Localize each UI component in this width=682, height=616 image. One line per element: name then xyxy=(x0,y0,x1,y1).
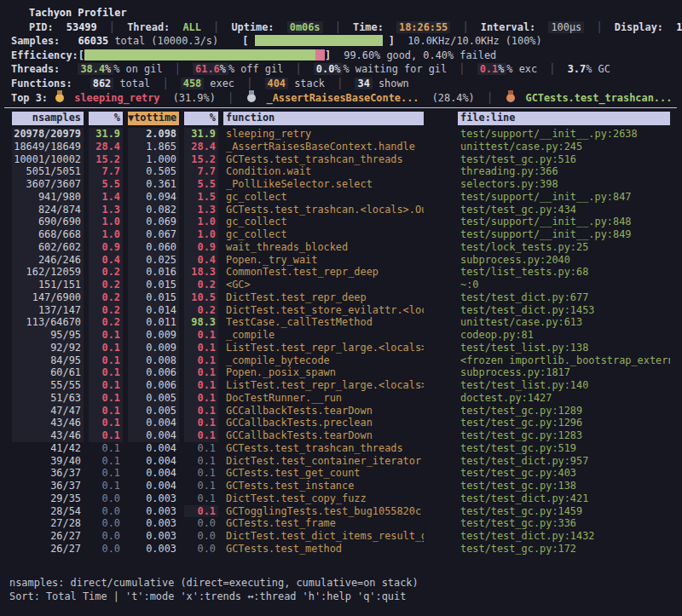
table-row[interactable]: 39/40 0.1 0.004 0.1 DictTest.test_contai… xyxy=(0,455,682,468)
cell-pct-cum: 0.1 xyxy=(184,480,218,492)
col-header-file-line[interactable]: file:line xyxy=(458,112,670,125)
table-row[interactable]: 151/151 0.2 0.015 0.2 <GC> ~:0 xyxy=(0,279,682,291)
cell-pct-direct: 1.3 xyxy=(89,204,123,216)
table-row[interactable]: 51/63 0.1 0.005 0.1 DocTestRunner.__run … xyxy=(0,392,682,405)
threads-off-gil-unit: % off gil xyxy=(228,63,283,75)
cell-file: test/test_gc.py:516 xyxy=(458,153,670,166)
table-row[interactable]: 36/37 0.1 0.004 0.1 GCTests.test_get_cou… xyxy=(0,467,682,480)
cell-pct-cum: 1.0 xyxy=(184,216,218,228)
cell-function: _PollLikeSelector.select xyxy=(223,178,424,191)
table-row[interactable]: 92/92 0.1 0.009 0.1 ListTest.test_repr_l… xyxy=(0,342,682,354)
cell-nsamples: 147/6900 xyxy=(12,291,84,304)
bronze-medal-icon xyxy=(506,94,515,102)
table-row[interactable]: 5051/5051 7.7 0.505 7.7 Condition.wait t… xyxy=(0,165,682,178)
cell-file: subprocess.py:1817 xyxy=(458,366,670,379)
table-row[interactable]: 28/54 0.0 0.003 0.1 GCTogglingTests.test… xyxy=(0,505,682,518)
cell-function: GCTests.test_trashcan_threads xyxy=(223,153,424,166)
separator: │ xyxy=(156,78,174,89)
cell-pct-direct: 1.4 xyxy=(89,191,123,204)
threads-waiting-value: 0.0 xyxy=(316,63,334,75)
col-header-function[interactable]: function xyxy=(223,112,424,125)
header-divider xyxy=(4,107,677,108)
separator: │ xyxy=(289,63,307,75)
cell-pct-direct: 0.1 xyxy=(89,405,123,417)
table-row[interactable]: 47/47 0.1 0.005 0.1 GCCallbackTests.tear… xyxy=(0,405,682,417)
table-row[interactable]: 113/64670 0.2 0.011 98.3 TestCase._callT… xyxy=(0,316,682,329)
table-row[interactable]: 43/46 0.1 0.004 0.1 GCCallbackTests.tear… xyxy=(0,429,682,442)
table-row[interactable]: 60/61 0.1 0.006 0.1 Popen._posix_spawn s… xyxy=(0,366,682,379)
profiler-screen: Tachyon Profiler PID: 53499 │ Thread: AL… xyxy=(0,0,682,616)
cell-file: test/test_gc.py:519 xyxy=(458,442,670,455)
cell-function: _compile_bytecode xyxy=(223,354,424,367)
table-row[interactable]: 137/147 0.2 0.014 0.2 DictTest.test_stor… xyxy=(0,304,682,317)
cell-pct-direct: 0.1 xyxy=(89,417,123,429)
cell-nsamples: 60/61 xyxy=(12,366,84,379)
table-row[interactable]: 84/95 0.1 0.008 0.1 _compile_bytecode <f… xyxy=(0,354,682,367)
cell-tottime: 0.003 xyxy=(128,517,179,530)
table-row[interactable]: 941/980 1.4 0.094 1.5 gc_collect test/su… xyxy=(0,191,682,204)
table-row[interactable]: 36/37 0.1 0.004 0.1 GCTests.test_instanc… xyxy=(0,480,682,492)
efficiency-bar-open: [ xyxy=(78,49,84,61)
table-row[interactable]: 824/874 1.3 0.082 1.3 GCTests.test_trash… xyxy=(0,204,682,216)
table-row[interactable]: 18649/18649 28.4 1.865 28.4 _AssertRaise… xyxy=(0,141,682,153)
table-row[interactable]: 147/6900 0.2 0.015 10.5 DictTest.test_re… xyxy=(0,291,682,304)
table-row[interactable]: 162/12059 0.2 0.016 18.3 CommonTest.test… xyxy=(0,266,682,279)
table-row[interactable]: 26/27 0.0 0.003 0.0 GCTests.test_method … xyxy=(0,543,682,556)
col-header-tottime-sorted[interactable]: ▼tottime xyxy=(128,112,179,125)
separator: │ xyxy=(456,21,474,33)
table-row[interactable]: 95/95 0.1 0.009 0.1 _compile codeop.py:8… xyxy=(0,329,682,342)
table-row[interactable]: 43/46 0.1 0.004 0.1 GCCallbackTests.prec… xyxy=(0,417,682,429)
col-header-nsamples[interactable]: nsamples xyxy=(12,112,84,125)
cell-pct-cum: 0.1 xyxy=(184,405,218,417)
cell-function: DictTest.test_repr_deep xyxy=(223,291,424,304)
cell-function: ListTest.test_repr_large.<locals>.check xyxy=(223,342,424,354)
table-row[interactable]: 55/55 0.1 0.006 0.1 ListTest.test_repr_l… xyxy=(0,379,682,392)
table-row[interactable]: 20978/20979 31.9 2.098 31.9 sleeping_ret… xyxy=(0,128,682,141)
cell-nsamples: 690/690 xyxy=(12,216,84,228)
cell-file: test/test_gc.py:1289 xyxy=(458,405,670,417)
footer-legend: nsamples: direct/cumulative (direct=exec… xyxy=(0,576,682,590)
cell-nsamples: 43/46 xyxy=(12,429,84,442)
top3-function-1[interactable]: sleeping_retry xyxy=(74,92,159,104)
threads-exc-value: 0.1 xyxy=(480,63,498,75)
cell-nsamples: 39/40 xyxy=(12,455,84,468)
cell-pct-cum: 0.1 xyxy=(184,366,218,379)
table-row[interactable]: 10001/10002 15.2 1.000 15.2 GCTests.test… xyxy=(0,153,682,166)
cell-nsamples: 137/147 xyxy=(12,304,84,317)
cell-file: test/lock_tests.py:25 xyxy=(458,241,670,254)
table-row[interactable]: 29/35 0.0 0.003 0.1 DictTest.test_copy_f… xyxy=(0,492,682,505)
cell-pct-cum: 0.1 xyxy=(184,329,218,342)
cell-file: test/test_gc.py:336 xyxy=(458,517,670,530)
table-row[interactable]: 41/42 0.1 0.004 0.1 GCTests.test_trashca… xyxy=(0,442,682,455)
cell-file: test/test_gc.py:1283 xyxy=(458,429,670,442)
table-row[interactable]: 602/602 0.9 0.060 0.9 wait_threads_block… xyxy=(0,241,682,254)
pid-value: 53499 xyxy=(66,21,97,33)
table-row[interactable]: 26/27 0.0 0.003 0.0 DictTest.test_dict_i… xyxy=(0,530,682,543)
cell-pct-cum: 1.0 xyxy=(184,228,218,241)
cell-tottime: 0.005 xyxy=(128,392,179,405)
cell-pct-direct: 28.4 xyxy=(89,141,123,153)
top3-function-2[interactable]: _AssertRaisesBaseConte... xyxy=(267,92,419,104)
cell-tottime: 0.004 xyxy=(128,455,179,468)
silver-medal-icon xyxy=(247,94,256,102)
top3-function-3[interactable]: GCTests.test_trashcan... xyxy=(525,92,672,104)
table-row[interactable]: 27/28 0.0 0.003 0.0 GCTests.test_frame t… xyxy=(0,517,682,530)
cell-file: subprocess.py:2040 xyxy=(458,254,670,267)
cell-function: <GC> xyxy=(223,279,424,291)
table-row[interactable]: 246/246 0.4 0.025 0.4 Popen._try_wait su… xyxy=(0,254,682,267)
cell-tottime: 0.004 xyxy=(128,442,179,455)
functions-line: Functions: 862 total │ 458 exec │ 404 st… xyxy=(0,77,682,91)
col-header-pct-direct[interactable]: % xyxy=(89,112,123,125)
thread-value[interactable]: ALL xyxy=(182,21,200,33)
efficiency-line: Efficiency:[] 99.60% good, 0.40% failed xyxy=(0,49,682,63)
table-row[interactable]: 690/690 1.0 0.069 1.0 gc_collect test/su… xyxy=(0,216,682,228)
cell-pct-direct: 31.9 xyxy=(89,128,123,141)
cell-pct-direct: 0.0 xyxy=(89,530,123,543)
separator: │ xyxy=(453,63,471,75)
cell-file: test/support/__init__.py:849 xyxy=(458,228,670,241)
table-row[interactable]: 3607/3607 5.5 0.361 5.5 _PollLikeSelecto… xyxy=(0,178,682,191)
table-row[interactable]: 668/668 1.0 0.067 1.0 gc_collect test/su… xyxy=(0,228,682,241)
samples-count: 66035 xyxy=(78,35,108,47)
col-header-pct-cum[interactable]: % xyxy=(184,112,218,125)
cell-file: test/test_gc.py:172 xyxy=(458,543,670,556)
